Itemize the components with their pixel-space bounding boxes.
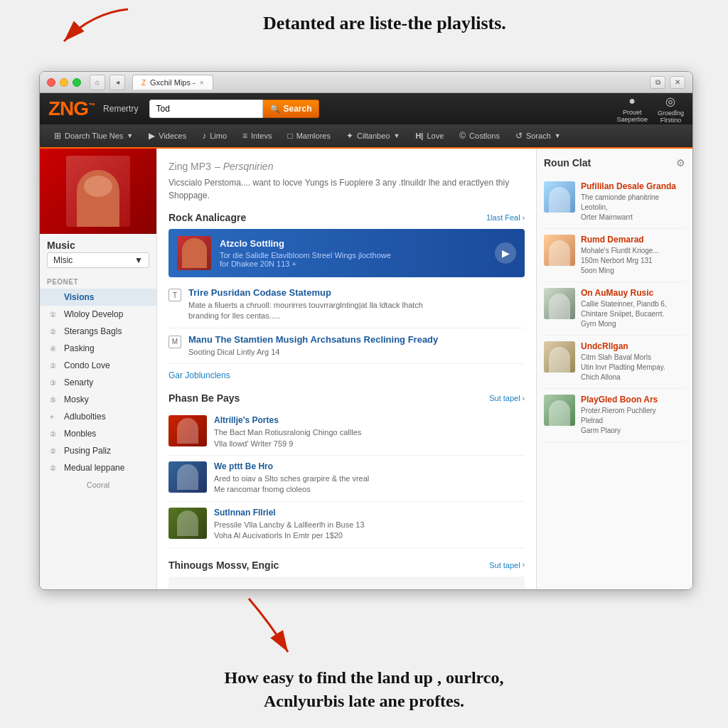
section-3-link[interactable]: Sut tapel › bbox=[489, 561, 525, 569]
sidebar-item-3[interactable]: ④ Pasking bbox=[40, 340, 156, 357]
track-icon-1: M bbox=[168, 336, 181, 348]
sidebar-item-2[interactable]: ② Sterangs Bagls bbox=[40, 323, 156, 340]
person-name-0[interactable]: Pufililan Desale Granda bbox=[581, 181, 685, 191]
right-sidebar-header: Roun Clat ⚙ bbox=[544, 157, 685, 168]
person-shape-0 bbox=[549, 187, 570, 213]
person-name-3[interactable]: UndcRllgan bbox=[581, 341, 685, 351]
track-title-1[interactable]: Manu The Stamtien Musigh Archsatuns Recl… bbox=[188, 334, 525, 345]
subnav-item-4[interactable]: □ Mamlores bbox=[280, 128, 338, 144]
browser-tab-active[interactable]: Z Gxchil Mips - × bbox=[132, 75, 213, 90]
sidebar-item-label-6: Mosky bbox=[64, 395, 89, 405]
person-name-1[interactable]: Rumd Demarad bbox=[581, 235, 685, 245]
nav-right-item-2[interactable]: ◎ Groedlng Flrstino bbox=[658, 95, 684, 124]
item-num-7: + bbox=[50, 413, 60, 421]
sidebar-section-label: PEONET bbox=[40, 274, 156, 289]
playlist-title-1[interactable]: We pttt Be Hro bbox=[214, 461, 525, 471]
person-avatar-4 bbox=[544, 395, 575, 426]
search-input[interactable] bbox=[149, 100, 263, 118]
subnav-item-5[interactable]: ✦ Ciltanbeo ▼ bbox=[339, 128, 407, 144]
subnav-label-3: Intevs bbox=[251, 132, 272, 140]
track-item-0: T Trire Pusridan Codase Statemup Mate a … bbox=[168, 282, 525, 328]
playlist-desc-2: Pressile Vlla Lancby & Lallleerlh in Bus… bbox=[214, 520, 525, 542]
featured-track-sub: Tor die Salidle Etavibloom Streel Wings … bbox=[220, 251, 486, 268]
play-button[interactable]: ▶ bbox=[495, 242, 516, 264]
section-2-link[interactable]: Sut tapel › bbox=[489, 394, 525, 402]
section-3-chevron-icon: › bbox=[523, 561, 525, 569]
playlist-title-0[interactable]: Altrillje's Portes bbox=[214, 415, 525, 425]
sidebar-item-1[interactable]: ① Wloloy Develop bbox=[40, 306, 156, 323]
subnav-item-2[interactable]: ♪ Limo bbox=[195, 128, 234, 144]
track-title-0[interactable]: Trire Pusridan Codase Statemup bbox=[188, 287, 525, 298]
sidebar-item-10[interactable]: ② Medual leppane bbox=[40, 459, 156, 476]
subnav-label-5: Ciltanbeo bbox=[357, 132, 390, 140]
subnav-item-1[interactable]: ▶ Videces bbox=[141, 128, 193, 144]
section-1-more-link[interactable]: Gar Joblunclens bbox=[168, 370, 230, 380]
person-avatar-img-2 bbox=[544, 288, 575, 319]
back-icon[interactable]: ◂ bbox=[109, 75, 125, 90]
subnav-item-6[interactable]: H| Love bbox=[408, 129, 451, 143]
search-button-label: Search bbox=[283, 104, 311, 114]
sidebar-item-visions[interactable]: Visions bbox=[40, 289, 156, 306]
person-info-1: Rumd Demarad Mohale's Fluntlt Krioge... … bbox=[581, 235, 685, 276]
subnav-item-0[interactable]: ⊞ Doarch Tlue Nes ▼ bbox=[47, 128, 140, 144]
minimize-button[interactable] bbox=[60, 78, 68, 87]
sidebar-item-label-9: Pusing Paliz bbox=[64, 446, 111, 456]
playlist-desc-1: Ared to oiav a Slto sches grarpire & the… bbox=[214, 473, 525, 496]
section-3-link-text: Sut tapel bbox=[489, 561, 520, 569]
person-name-4[interactable]: PlayGled Boon Ars bbox=[581, 395, 685, 405]
sidebar-item-7[interactable]: + Adlubolties bbox=[40, 408, 156, 425]
section-2-link-text: Sut tapel bbox=[489, 394, 520, 402]
person-avatar-1 bbox=[544, 235, 575, 266]
playlist-title-2[interactable]: Sutlnnan Fllriel bbox=[214, 508, 525, 518]
playlist-thumb-person-0 bbox=[177, 418, 198, 444]
maximize-button[interactable] bbox=[73, 78, 81, 87]
person-name-2[interactable]: On AuMauy Rusic bbox=[581, 288, 685, 298]
person-info-2: On AuMauy Rusic Callie Stateinner, Piand… bbox=[581, 288, 685, 329]
sidebar-item-9[interactable]: ② Pusing Paliz bbox=[40, 442, 156, 459]
search-bar: 🔍 Search bbox=[149, 100, 319, 118]
featured-thumb-person bbox=[182, 238, 207, 268]
section-3-header: Thinougs Mossv, Engic Sut tapel › bbox=[168, 560, 525, 571]
person-avatar-img-3 bbox=[544, 341, 575, 373]
search-button[interactable]: 🔍 Search bbox=[263, 100, 319, 118]
track-icon-0: T bbox=[168, 289, 181, 301]
subnav-icon-4: □ bbox=[287, 131, 292, 141]
track-desc-0: Mate a filuerts a chruoll: mourirres tou… bbox=[188, 300, 525, 322]
logo: ZNG™ bbox=[48, 99, 95, 119]
featured-track-thumb bbox=[177, 236, 211, 270]
sidebar-item-8[interactable]: ② Monbles bbox=[40, 425, 156, 442]
close-button[interactable] bbox=[47, 78, 55, 87]
sidebar-dropdown[interactable]: Mlsic ▼ bbox=[47, 252, 149, 268]
sidebar-item-5[interactable]: ③ Senarty bbox=[40, 374, 156, 391]
nav-right-item-1[interactable]: ● Prouet Saepertioe bbox=[616, 95, 648, 123]
section-1-header: Rock Analicagre 1last Feal › bbox=[168, 212, 525, 223]
home-icon[interactable]: ⌂ bbox=[90, 75, 105, 90]
sidebar-item-6[interactable]: ⑤ Mosky bbox=[40, 391, 156, 408]
section-1-chevron-icon: › bbox=[523, 214, 525, 222]
profile-icon: ● bbox=[628, 95, 636, 107]
playlist-thumb-1 bbox=[168, 461, 207, 493]
playlist-content-0: Altrillje's Portes The Bact Man Rotiusra… bbox=[214, 415, 525, 449]
subnav-label-1: Videces bbox=[159, 132, 186, 140]
subnav-item-8[interactable]: ↺ Sorach ▼ bbox=[508, 128, 568, 144]
tab-favicon: Z bbox=[141, 79, 146, 87]
tab-close-icon[interactable]: × bbox=[200, 79, 204, 87]
logo-text: ZNG bbox=[48, 97, 88, 119]
playlist-thumb-person-2 bbox=[177, 510, 198, 536]
subnav-icon-3: ≡ bbox=[242, 131, 247, 141]
sidebar-more[interactable]: Cooral bbox=[40, 476, 156, 493]
restore-button[interactable]: ⧉ bbox=[650, 76, 665, 89]
person-desc-3: Citrn Slah Baval Morls Utin lnvr Pladtin… bbox=[581, 353, 685, 382]
person-shape-1 bbox=[549, 240, 570, 266]
subnav-item-3[interactable]: ≡ Intevs bbox=[235, 128, 279, 144]
person-avatar-img-4 bbox=[544, 395, 575, 426]
subnav-item-7[interactable]: © Costlons bbox=[452, 128, 507, 144]
sidebar-item-label-3: Pasking bbox=[64, 343, 95, 353]
sidebar-item-4[interactable]: ② Condo Love bbox=[40, 357, 156, 374]
person-info-4: PlayGled Boon Ars Proter.Rierom Puchller… bbox=[581, 395, 685, 436]
section-1-link[interactable]: 1last Feal › bbox=[486, 213, 525, 222]
page-title-text: Zing MP3 bbox=[168, 161, 211, 172]
section-1: Rock Analicagre 1last Feal › Atzclo Sott… bbox=[168, 212, 525, 381]
window-close-button[interactable]: ✕ bbox=[670, 76, 685, 89]
settings-icon[interactable]: ⚙ bbox=[676, 157, 685, 168]
